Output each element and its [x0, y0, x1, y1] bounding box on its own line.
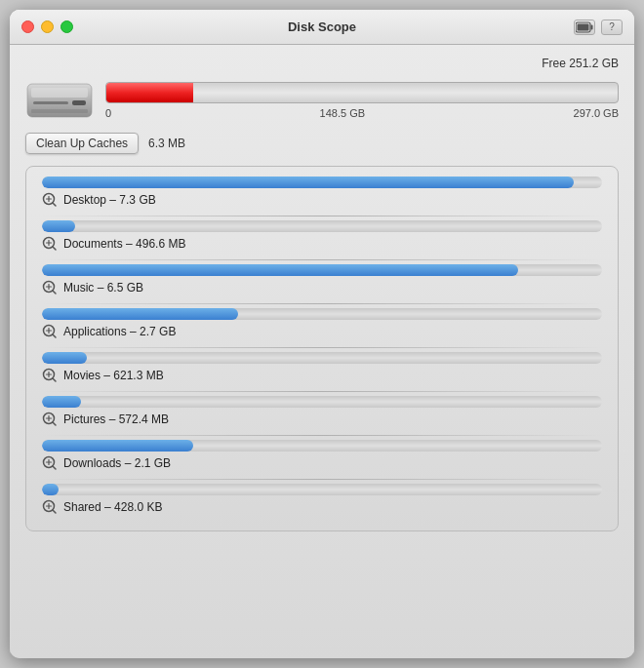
svg-rect-1 — [591, 24, 593, 29]
list-bar-outer — [42, 220, 602, 232]
svg-line-9 — [53, 203, 56, 206]
folder-search-icon — [42, 455, 58, 471]
main-content: Free 251.2 GB — [10, 45, 634, 658]
titlebar: Disk Scope ? — [10, 10, 634, 45]
list-item[interactable]: Downloads – 2.1 GB — [42, 453, 602, 477]
folder-search-icon — [42, 280, 58, 295]
list-bar-fill — [42, 220, 75, 232]
list-item-group: Downloads – 2.1 GB — [42, 440, 602, 480]
list-bar-fill — [42, 308, 238, 320]
list-bar-outer — [42, 484, 602, 495]
battery-icon[interactable] — [574, 20, 595, 35]
svg-line-37 — [53, 510, 56, 513]
item-label: Applications – 2.7 GB — [63, 325, 176, 338]
list-item-group: Music – 6.5 GB — [42, 264, 602, 304]
svg-rect-4 — [31, 88, 88, 98]
list-bar-row — [42, 220, 602, 232]
folder-search-icon — [42, 499, 58, 515]
item-label: Shared – 428.0 KB — [63, 500, 162, 514]
folder-search-icon — [42, 236, 58, 252]
divider — [42, 391, 602, 392]
svg-line-29 — [53, 422, 56, 425]
list-bar-row — [42, 352, 602, 364]
list-item-group: Applications – 2.7 GB — [42, 308, 602, 348]
disk-row: 0 148.5 GB 297.0 GB — [25, 76, 619, 125]
cleanup-button[interactable]: Clean Up Caches — [25, 133, 139, 154]
disk-labels: 0 148.5 GB 297.0 GB — [105, 107, 619, 119]
item-label: Documents – 496.6 MB — [63, 237, 185, 251]
disk-bar-area: 0 148.5 GB 297.0 GB — [105, 82, 619, 119]
list-bar-outer — [42, 440, 602, 452]
item-label: Downloads – 2.1 GB — [63, 456, 171, 470]
list-item-group: Shared – 428.0 KB — [42, 484, 602, 521]
list-bar-outer — [42, 308, 602, 320]
divider — [42, 479, 602, 480]
list-bar-row — [42, 308, 602, 320]
divider — [42, 259, 602, 260]
list-item[interactable]: Documents – 496.6 MB — [42, 234, 602, 257]
minimize-button[interactable] — [41, 20, 54, 33]
list-item[interactable]: Desktop – 7.3 GB — [42, 190, 602, 214]
cleanup-row: Clean Up Caches 6.3 MB — [25, 133, 619, 154]
free-space-label: Free 251.2 GB — [25, 57, 619, 70]
svg-line-33 — [53, 466, 56, 469]
close-button[interactable] — [21, 20, 34, 33]
list-item[interactable]: Movies – 621.3 MB — [42, 366, 602, 389]
list-bar-row — [42, 396, 602, 408]
list-item-group: Documents – 496.6 MB — [42, 220, 602, 260]
list-item[interactable]: Applications – 2.7 GB — [42, 322, 602, 345]
list-bar-fill — [42, 396, 81, 408]
folder-search-icon — [42, 192, 58, 208]
list-bar-outer — [42, 352, 602, 364]
list-item[interactable]: Shared – 428.0 KB — [42, 497, 602, 521]
divider — [42, 347, 602, 348]
svg-line-17 — [53, 291, 56, 294]
item-label: Pictures – 572.4 MB — [63, 413, 169, 426]
list-bar-row — [42, 264, 602, 276]
list-item-group: Movies – 621.3 MB — [42, 352, 602, 392]
list-panel: Desktop – 7.3 GB Documents – 496.6 MB Mu… — [25, 166, 619, 531]
list-bar-row — [42, 177, 602, 188]
list-bar-outer — [42, 177, 602, 188]
cleanup-size: 6.3 MB — [148, 137, 185, 150]
list-bar-outer — [42, 396, 602, 408]
list-bar-fill — [42, 352, 87, 364]
traffic-lights — [21, 20, 73, 33]
list-item[interactable]: Pictures – 572.4 MB — [42, 410, 602, 433]
list-bar-row — [42, 484, 602, 495]
titlebar-icons: ? — [574, 20, 623, 35]
folder-search-icon — [42, 412, 58, 427]
list-item-group: Desktop – 7.3 GB — [42, 177, 602, 216]
svg-line-13 — [53, 247, 56, 250]
svg-rect-2 — [578, 23, 589, 30]
list-bar-fill — [42, 440, 193, 452]
divider — [42, 216, 602, 216]
disk-icon — [25, 76, 94, 125]
divider — [42, 435, 602, 436]
divider — [42, 303, 602, 304]
disk-label-end: 297.0 GB — [574, 107, 619, 119]
item-label: Movies – 621.3 MB — [63, 369, 164, 382]
disk-progress-fill — [106, 83, 193, 102]
list-bar-fill — [42, 484, 59, 495]
disk-progress-bar — [105, 82, 619, 103]
svg-line-21 — [53, 334, 56, 337]
list-item-group: Pictures – 572.4 MB — [42, 396, 602, 436]
svg-rect-5 — [33, 101, 68, 104]
maximize-button[interactable] — [60, 20, 73, 33]
help-icon[interactable]: ? — [601, 20, 623, 35]
list-item[interactable]: Music – 6.5 GB — [42, 278, 602, 301]
list-bar-outer — [42, 264, 602, 276]
window-title: Disk Scope — [288, 20, 356, 34]
disk-label-start: 0 — [105, 107, 111, 119]
main-window: Disk Scope ? Free 251.2 GB — [10, 10, 634, 658]
item-label: Desktop – 7.3 GB — [63, 193, 156, 207]
disk-label-mid: 148.5 GB — [320, 107, 365, 119]
svg-rect-6 — [72, 100, 86, 105]
svg-rect-7 — [31, 109, 88, 113]
list-bar-fill — [42, 264, 518, 276]
svg-line-25 — [53, 378, 56, 381]
folder-search-icon — [42, 368, 58, 383]
folder-search-icon — [42, 324, 58, 339]
list-bar-fill — [42, 177, 574, 188]
